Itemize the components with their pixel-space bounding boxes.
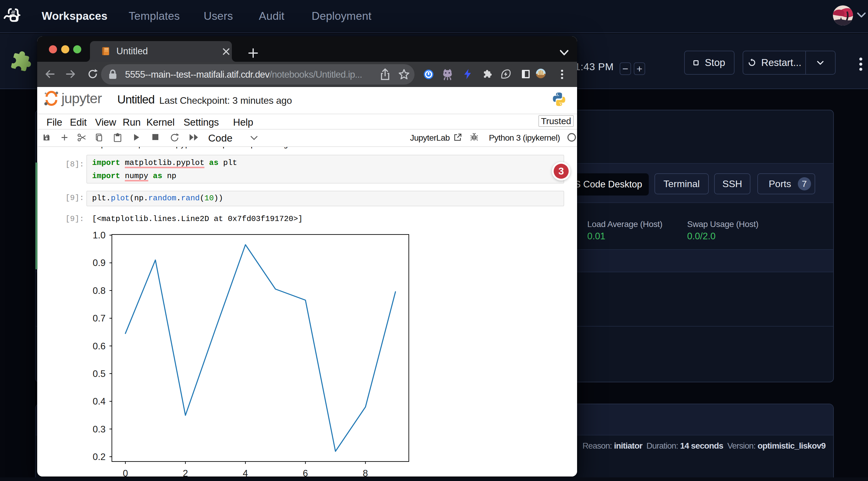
svg-text:0.5: 0.5 (93, 368, 105, 379)
svg-text:8: 8 (363, 468, 368, 477)
svg-text:1.0: 1.0 (93, 230, 105, 241)
svg-text:0.9: 0.9 (93, 258, 105, 268)
svg-text:4: 4 (243, 468, 248, 477)
svg-text:0.4: 0.4 (93, 396, 105, 407)
svg-text:0.2: 0.2 (93, 452, 105, 462)
svg-text:0: 0 (123, 468, 128, 477)
svg-text:0.6: 0.6 (93, 341, 105, 351)
svg-text:0.8: 0.8 (93, 286, 105, 296)
svg-text:0.7: 0.7 (93, 313, 105, 324)
svg-text:6: 6 (303, 468, 308, 477)
svg-text:2: 2 (183, 468, 188, 477)
svg-text:0.3: 0.3 (93, 424, 105, 435)
